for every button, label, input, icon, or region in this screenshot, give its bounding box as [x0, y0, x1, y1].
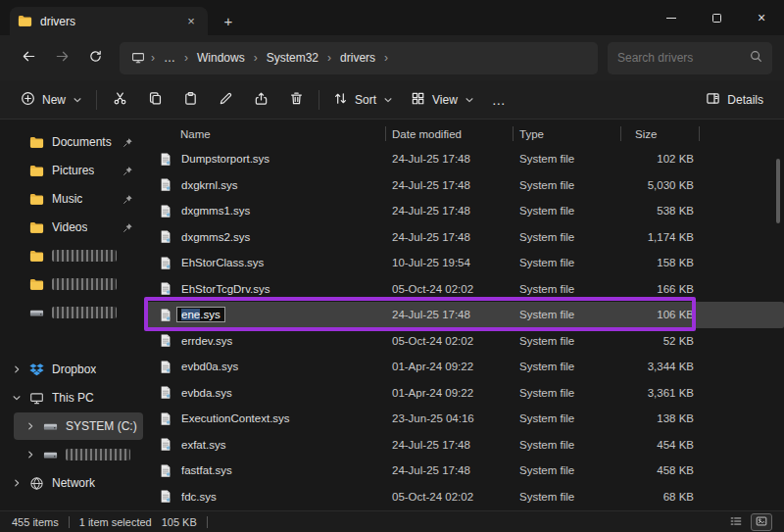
column-header-name[interactable]: Name	[159, 121, 392, 146]
file-date-modified: 24-Jul-25 17:48	[392, 179, 519, 191]
file-row-fdc-sys[interactable]: fdc.sys 05-Oct-24 02:02 System file 68 K…	[147, 484, 784, 510]
chevron-icon[interactable]	[10, 393, 24, 403]
tab-drivers[interactable]: drivers ×	[10, 7, 208, 35]
file-row-executioncontext-sys[interactable]: ExecutionContext.sys 23-Jun-25 04:16 Sys…	[147, 406, 784, 432]
file-date-modified: 05-Oct-24 02:02	[392, 335, 519, 347]
column-header-size[interactable]: Size	[627, 121, 706, 146]
rename-input[interactable]: ene.sys	[176, 307, 225, 322]
close-button[interactable]: ×	[739, 0, 784, 35]
file-type: System file	[519, 335, 627, 347]
copy-button[interactable]	[137, 85, 172, 115]
search-input[interactable]	[617, 51, 742, 65]
folder-icon	[29, 192, 46, 207]
pin-icon	[122, 166, 133, 176]
tab-close-icon[interactable]: ×	[182, 13, 200, 30]
file-name: evbda.sys	[181, 387, 232, 399]
file-row-dxgmms2-sys[interactable]: dxgmms2.sys 24-Jul-25 17:48 System file …	[147, 224, 784, 251]
pin-icon	[122, 194, 133, 205]
computer-icon	[29, 391, 46, 406]
scissors-icon	[113, 91, 127, 109]
paste-button[interactable]	[172, 85, 208, 115]
sidebar-item-music[interactable]: Music	[0, 185, 143, 213]
file-row-ehstortcgdrv-sys[interactable]: EhStorTcgDrv.sys 05-Oct-24 02:02 System …	[147, 276, 784, 303]
chevron-icon[interactable]	[24, 421, 37, 431]
file-size: 1,174 KB	[627, 231, 706, 243]
sidebar-item-redacted[interactable]	[0, 299, 143, 326]
delete-button[interactable]	[278, 85, 314, 115]
forward-arrow-icon	[55, 49, 70, 67]
forward-button[interactable]	[45, 41, 78, 74]
breadcrumb[interactable]: ›…›Windows›System32›drivers›	[120, 42, 598, 74]
new-tab-button[interactable]: +	[216, 9, 241, 32]
details-pane-button[interactable]: Details	[697, 85, 772, 115]
sidebar-item-redacted[interactable]	[0, 270, 143, 298]
sys-file-icon	[159, 152, 172, 167]
tab-title: drivers	[40, 15, 75, 28]
sidebar-item-redacted[interactable]	[0, 242, 143, 269]
file-name: ExecutionContext.sys	[181, 412, 290, 424]
sidebar-item-label: Music	[52, 192, 82, 206]
more-options-button[interactable]: …	[483, 85, 515, 115]
refresh-button[interactable]	[78, 41, 112, 74]
back-button[interactable]	[12, 41, 45, 74]
breadcrumb-segment-system32[interactable]: System32	[260, 47, 325, 69]
search-box[interactable]	[608, 42, 772, 74]
file-row-ehstorclass-sys[interactable]: EhStorClass.sys 10-Jul-25 19:54 System f…	[147, 250, 784, 276]
cut-button[interactable]	[102, 85, 137, 115]
breadcrumb-segment-windows[interactable]: Windows	[190, 47, 252, 69]
view-button[interactable]: View	[402, 85, 483, 115]
file-name: dxgmms1.sys	[181, 205, 250, 217]
breadcrumb-segment-drivers[interactable]: drivers	[333, 47, 382, 69]
sidebar-item-videos[interactable]: Videos	[0, 214, 143, 241]
file-name: dxgmms2.sys	[181, 231, 250, 243]
share-button[interactable]	[243, 85, 278, 115]
file-row-fastfat-sys[interactable]: fastfat.sys 24-Jul-25 17:48 System file …	[147, 458, 784, 484]
file-row-errdev-sys[interactable]: errdev.sys 05-Oct-24 02:02 System file 5…	[147, 328, 784, 355]
maximize-button[interactable]	[694, 0, 739, 35]
sidebar-item-dropbox[interactable]: Dropbox	[0, 356, 143, 383]
file-row-dxgmms1-sys[interactable]: dxgmms1.sys 24-Jul-25 17:48 System file …	[147, 198, 784, 224]
thumbnails-view-toggle[interactable]	[751, 513, 772, 531]
chevron-icon[interactable]	[10, 478, 24, 488]
rename-button[interactable]	[208, 85, 243, 115]
file-row-dxgkrnl-sys[interactable]: dxgkrnl.sys 24-Jul-25 17:48 System file …	[147, 172, 784, 199]
file-date-modified: 05-Oct-24 02:02	[392, 491, 519, 503]
divider	[69, 516, 70, 528]
sidebar-item-this-pc[interactable]: This PC	[0, 384, 143, 411]
file-type: System file	[519, 464, 627, 476]
minimize-button[interactable]	[649, 0, 694, 35]
breadcrumb-overflow-button[interactable]: …	[157, 47, 182, 69]
sidebar-item-documents[interactable]: Documents	[0, 128, 143, 156]
sys-file-icon	[159, 333, 172, 348]
folder-icon	[18, 14, 32, 28]
file-row-evbda-sys[interactable]: evbda.sys 01-Apr-24 09:22 System file 3,…	[147, 380, 784, 407]
file-row-dumpstorport-sys[interactable]: Dumpstorport.sys 24-Jul-25 17:48 System …	[147, 146, 784, 172]
selection-count: 1 item selected	[79, 516, 152, 528]
breadcrumb-chevron-icon: ›	[325, 51, 333, 65]
details-view-toggle[interactable]	[725, 513, 747, 531]
drive-icon	[43, 448, 60, 462]
titlebar[interactable]: drivers × + ×	[0, 0, 784, 35]
chevron-icon[interactable]	[24, 450, 37, 459]
chevron-icon[interactable]	[10, 364, 24, 374]
new-button[interactable]: New	[12, 85, 91, 115]
column-header-date-modified[interactable]: Date modified	[392, 121, 519, 146]
file-row-evbd0a-sys[interactable]: evbd0a.sys 01-Apr-24 09:22 System file 3…	[147, 354, 784, 380]
vertical-scrollbar[interactable]	[774, 145, 782, 505]
divider	[318, 90, 319, 110]
file-date-modified: 01-Apr-24 09:22	[392, 387, 519, 399]
file-name: Dumpstorport.sys	[181, 153, 270, 165]
folder-icon	[29, 249, 46, 264]
file-type: System file	[519, 387, 627, 399]
sidebar-item-redacted[interactable]	[14, 441, 143, 468]
sidebar-item-network[interactable]: Network	[0, 469, 143, 497]
file-row-exfat-sys[interactable]: exfat.sys 24-Jul-25 17:48 System file 45…	[147, 432, 784, 459]
file-type: System file	[519, 361, 627, 372]
sidebar-item-system-c[interactable]: SYSTEM (C:)	[14, 412, 143, 440]
column-header-type[interactable]: Type	[519, 121, 627, 146]
scrollbar-thumb[interactable]	[776, 159, 780, 223]
this-pc-icon[interactable]	[127, 51, 149, 65]
sidebar-item-pictures[interactable]: Pictures	[0, 157, 143, 184]
sort-button[interactable]: Sort	[324, 85, 402, 115]
file-row-ene-sys[interactable]: ene.sys 24-Jul-25 17:48 System file 106 …	[147, 302, 784, 328]
